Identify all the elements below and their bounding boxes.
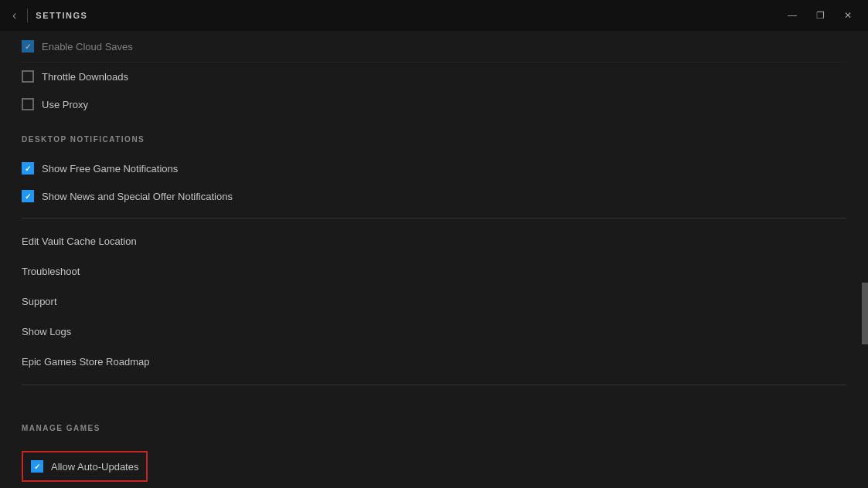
- throttle-downloads-row[interactable]: Throttle Downloads: [22, 63, 846, 90]
- page-title: SETTINGS: [36, 11, 87, 20]
- news-notifications-row[interactable]: Show News and Special Offer Notification…: [22, 182, 846, 210]
- maximize-button[interactable]: ❐: [809, 5, 831, 26]
- manage-games-section: MANAGE GAMES Allow Auto-Updates: [22, 393, 846, 482]
- titlebar-divider: [27, 8, 28, 22]
- show-logs-link[interactable]: Show Logs: [22, 317, 846, 347]
- minimize-button[interactable]: —: [781, 5, 803, 26]
- titlebar-left: ‹ SETTINGS: [9, 5, 87, 25]
- allow-auto-updates-checkbox[interactable]: [31, 460, 43, 473]
- news-notifications-checkbox[interactable]: [22, 190, 34, 202]
- content-area: Enable Cloud Saves Throttle Downloads Us…: [0, 31, 868, 488]
- allow-auto-updates-label: Allow Auto-Updates: [51, 461, 138, 473]
- troubleshoot-link[interactable]: Troubleshoot: [22, 256, 846, 286]
- news-notifications-label: Show News and Special Offer Notification…: [42, 191, 233, 202]
- scrollbar-track[interactable]: [862, 31, 868, 488]
- desktop-notifications-header: DESKTOP NOTIFICATIONS: [22, 118, 846, 154]
- scrollbar-thumb[interactable]: [862, 283, 868, 344]
- close-button[interactable]: ✕: [837, 5, 859, 26]
- support-link[interactable]: Support: [22, 286, 846, 317]
- throttle-downloads-label: Throttle Downloads: [42, 71, 128, 83]
- throttle-downloads-checkbox[interactable]: [22, 70, 34, 83]
- back-button[interactable]: ‹: [9, 5, 19, 25]
- cloud-saves-label: Enable Cloud Saves: [42, 41, 133, 53]
- free-game-notifications-checkbox[interactable]: [22, 162, 34, 175]
- edit-vault-link[interactable]: Edit Vault Cache Location: [22, 226, 846, 256]
- use-proxy-row[interactable]: Use Proxy: [22, 90, 846, 118]
- titlebar-right: — ❐ ✕: [781, 5, 859, 26]
- divider-1: [22, 218, 846, 219]
- settings-panel: Enable Cloud Saves Throttle Downloads Us…: [0, 31, 868, 488]
- allow-auto-updates-row[interactable]: Allow Auto-Updates: [22, 451, 148, 482]
- cloud-saves-checkbox[interactable]: [22, 40, 34, 53]
- free-game-notifications-row[interactable]: Show Free Game Notifications: [22, 154, 846, 182]
- manage-games-header: MANAGE GAMES: [22, 407, 846, 443]
- free-game-notifications-label: Show Free Game Notifications: [42, 163, 178, 175]
- cloud-saves-row[interactable]: Enable Cloud Saves: [22, 31, 846, 63]
- roadmap-link[interactable]: Epic Games Store Roadmap: [22, 347, 846, 377]
- use-proxy-checkbox[interactable]: [22, 98, 34, 110]
- use-proxy-label: Use Proxy: [42, 99, 88, 110]
- titlebar: ‹ SETTINGS — ❐ ✕: [0, 0, 868, 31]
- divider-2: [22, 385, 846, 385]
